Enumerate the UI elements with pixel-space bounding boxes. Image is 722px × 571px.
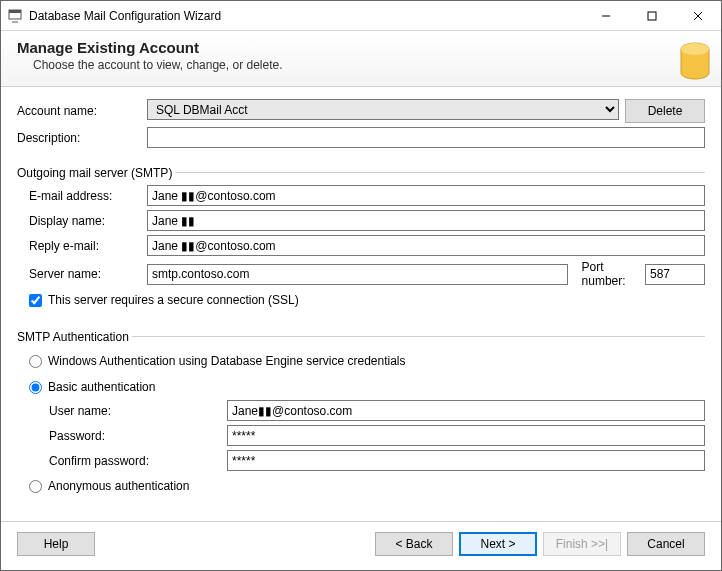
close-button[interactable] bbox=[675, 1, 721, 31]
anonymous-auth-radio[interactable] bbox=[29, 480, 42, 493]
server-name-label: Server name: bbox=[29, 267, 147, 281]
windows-auth-row[interactable]: Windows Authentication using Database En… bbox=[29, 354, 705, 368]
ssl-label: This server requires a secure connection… bbox=[48, 293, 299, 307]
confirm-password-input[interactable] bbox=[227, 450, 705, 471]
smtp-group: Outgoing mail server (SMTP) E-mail addre… bbox=[17, 158, 705, 316]
window-title: Database Mail Configuration Wizard bbox=[29, 9, 221, 23]
database-icon bbox=[665, 37, 711, 83]
reply-email-label: Reply e-mail: bbox=[29, 239, 147, 253]
port-input[interactable] bbox=[645, 264, 705, 285]
wizard-footer: Help < Back Next > Finish >>| Cancel bbox=[1, 521, 721, 570]
next-button[interactable]: Next > bbox=[459, 532, 537, 556]
page-title: Manage Existing Account bbox=[17, 39, 705, 56]
username-input[interactable] bbox=[227, 400, 705, 421]
smtp-legend: Outgoing mail server (SMTP) bbox=[17, 166, 175, 180]
username-label: User name: bbox=[49, 404, 227, 418]
port-label: Port number: bbox=[576, 260, 637, 288]
help-button[interactable]: Help bbox=[17, 532, 95, 556]
finish-button[interactable]: Finish >>| bbox=[543, 532, 621, 556]
display-name-label: Display name: bbox=[29, 214, 147, 228]
confirm-password-label: Confirm password: bbox=[49, 454, 227, 468]
password-input[interactable] bbox=[227, 425, 705, 446]
email-input[interactable] bbox=[147, 185, 705, 206]
ssl-checkbox-row[interactable]: This server requires a secure connection… bbox=[29, 293, 705, 307]
auth-legend: SMTP Authentication bbox=[17, 330, 132, 344]
svg-rect-1 bbox=[9, 10, 21, 13]
anonymous-auth-label: Anonymous authentication bbox=[48, 479, 189, 493]
svg-point-4 bbox=[681, 43, 709, 55]
description-input[interactable] bbox=[147, 127, 705, 148]
server-name-input[interactable] bbox=[147, 264, 568, 285]
svg-rect-2 bbox=[648, 12, 656, 20]
windows-auth-radio[interactable] bbox=[29, 355, 42, 368]
display-name-input[interactable] bbox=[147, 210, 705, 231]
password-label: Password: bbox=[49, 429, 227, 443]
basic-auth-row[interactable]: Basic authentication bbox=[29, 380, 705, 394]
account-name-label: Account name: bbox=[17, 104, 147, 118]
back-button[interactable]: < Back bbox=[375, 532, 453, 556]
basic-auth-label: Basic authentication bbox=[48, 380, 155, 394]
description-label: Description: bbox=[17, 131, 147, 145]
account-name-select[interactable]: SQL DBMail Acct bbox=[147, 99, 619, 120]
delete-button[interactable]: Delete bbox=[625, 99, 705, 123]
basic-auth-radio[interactable] bbox=[29, 381, 42, 394]
minimize-button[interactable] bbox=[583, 1, 629, 31]
content-area: Account name: SQL DBMail Acct Delete Des… bbox=[1, 87, 721, 521]
anonymous-auth-row[interactable]: Anonymous authentication bbox=[29, 479, 705, 493]
auth-group: SMTP Authentication Windows Authenticati… bbox=[17, 322, 705, 502]
maximize-button[interactable] bbox=[629, 1, 675, 31]
email-label: E-mail address: bbox=[29, 189, 147, 203]
page-subtitle: Choose the account to view, change, or d… bbox=[33, 58, 705, 72]
title-bar: Database Mail Configuration Wizard bbox=[1, 1, 721, 31]
app-icon bbox=[7, 8, 23, 24]
cancel-button[interactable]: Cancel bbox=[627, 532, 705, 556]
windows-auth-label: Windows Authentication using Database En… bbox=[48, 354, 406, 368]
wizard-header: Manage Existing Account Choose the accou… bbox=[1, 31, 721, 87]
reply-email-input[interactable] bbox=[147, 235, 705, 256]
ssl-checkbox[interactable] bbox=[29, 294, 42, 307]
